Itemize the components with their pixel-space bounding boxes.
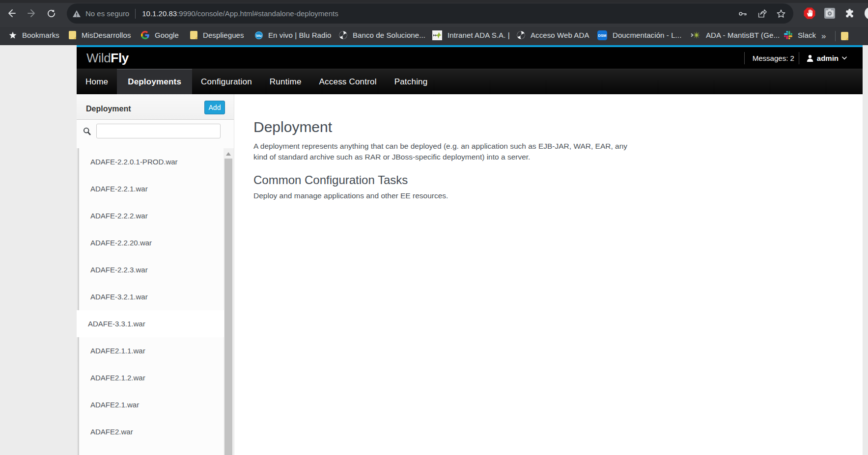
bookmark-star-icon[interactable]	[776, 8, 786, 19]
wildfly-logo: WildFly	[86, 51, 129, 66]
deployment-item[interactable]: ADAFE-2.2.0.1-PROD.war	[79, 148, 224, 175]
forward-button[interactable]	[23, 3, 40, 24]
profile-avatar[interactable]	[865, 7, 868, 20]
main-navigation: HomeDeploymentsConfigurationRuntimeAcces…	[77, 69, 863, 94]
share-icon[interactable]	[756, 8, 767, 19]
deployment-item[interactable]: ADAFE-3.2.1.war	[79, 283, 224, 310]
tasks-title: Common Configuration Tasks	[253, 173, 863, 187]
deployment-list: ADAFE-2.2.0.1-PROD.war ADAFE-2.2.1.war A…	[77, 148, 234, 455]
page-background-right	[863, 45, 868, 455]
bookmark-item[interactable]: Intranet ADA S.A. |	[432, 27, 510, 45]
reload-icon	[47, 9, 56, 18]
bookmark-label: Intranet ADA S.A. |	[448, 31, 510, 39]
deployment-item[interactable]: ADAFE-2.2.2.war	[79, 202, 224, 229]
bookmark-item[interactable]: Google	[141, 27, 179, 45]
intranet-icon	[432, 30, 442, 40]
bookmark-label: Slack	[798, 31, 816, 39]
bookmark-item[interactable]: Bookmarks	[9, 27, 59, 45]
search-icon	[83, 127, 91, 135]
list-scrollbar-thumb[interactable]	[224, 159, 232, 455]
bookmark-label: Banco de Solucione...	[353, 31, 425, 39]
wildfly-console: WildFly Messages: 2 admin HomeDeployment…	[77, 45, 863, 455]
deployment-item[interactable]: ADAFE-2.2.1.war	[79, 175, 224, 202]
deployment-item[interactable]: ADAFE-2.2.3.war	[79, 256, 224, 283]
other-bookmarks-folder[interactable]	[841, 27, 848, 45]
username: admin	[817, 54, 839, 62]
mantis-icon	[691, 31, 700, 39]
add-deployment-button[interactable]: Add	[204, 101, 225, 114]
capture-extension-button[interactable]	[824, 3, 836, 24]
omnibox-divider	[135, 9, 136, 19]
extensions-button[interactable]	[844, 3, 855, 24]
nav-tab-home[interactable]: Home	[77, 69, 117, 95]
nav-tab-configuration[interactable]: Configuration	[192, 69, 261, 95]
deployment-column: Deployment Add ADAFE-2.2.0.1-PROD.war AD…	[77, 94, 234, 455]
forward-icon	[27, 8, 36, 18]
password-key-icon[interactable]	[737, 8, 748, 19]
deployment-item[interactable]: ADAFE-3.3.1.war	[77, 310, 224, 337]
adblock-icon	[803, 7, 816, 20]
back-icon	[7, 8, 17, 18]
page-url: 10.1.20.83:9990/console/App.html#standal…	[142, 9, 338, 18]
address-bar[interactable]: No es seguro 10.1.20.83:9990/console/App…	[67, 3, 793, 24]
deployment-item[interactable]: ADAFE2.1.2.war	[79, 364, 224, 391]
bookmark-item[interactable]: MisDesarrollos	[69, 27, 131, 45]
browser-toolbar: No es seguro 10.1.20.83:9990/console/App…	[0, 3, 868, 27]
page-description: A deployment represents anything that ca…	[253, 141, 634, 162]
preview-panel: Deployment A deployment represents anyth…	[234, 94, 863, 455]
column-header: Deployment Add	[77, 94, 234, 120]
deployment-item[interactable]: ADAFE-2.2.20.war	[79, 229, 224, 256]
bookmark-item[interactable]: blu En vivo | Blu Radio	[255, 27, 331, 45]
bookmark-item[interactable]: Slack	[784, 27, 816, 45]
deployment-item[interactable]: ADAFE2.1.1.war	[79, 337, 224, 364]
warning-icon	[72, 10, 81, 18]
messages-link[interactable]: Messages: 2	[745, 54, 799, 62]
adblock-extension-button[interactable]	[803, 3, 816, 24]
filter-input[interactable]	[96, 124, 221, 138]
bookmark-label: Acceso Web ADA	[531, 31, 589, 39]
bluradio-icon: blu	[255, 31, 263, 39]
deployment-item[interactable]: ADAFE2.war	[79, 418, 224, 445]
nav-tab-patching[interactable]: Patching	[386, 69, 437, 95]
nav-tab-access-control[interactable]: Access Control	[310, 69, 386, 95]
bookmark-label: Despliegues	[203, 31, 244, 39]
capture-extension-icon	[824, 7, 836, 19]
site-security-chip[interactable]: No es seguro	[72, 9, 129, 18]
globe-icon	[339, 31, 347, 39]
nav-tab-deployments[interactable]: Deployments	[117, 69, 192, 95]
header-tools: Messages: 2 admin	[744, 52, 847, 64]
list-scrollbar[interactable]	[224, 148, 234, 455]
column-title: Deployment	[86, 105, 131, 113]
bookmark-item[interactable]: Banco de Solucione...	[339, 27, 425, 45]
search-row	[77, 120, 234, 148]
scroll-up-arrow-icon[interactable]	[226, 152, 231, 156]
page-background-left	[0, 45, 77, 455]
bookmark-item[interactable]: Acceso Web ADA	[517, 27, 589, 45]
user-menu[interactable]: admin	[799, 54, 847, 62]
nav-tab-runtime[interactable]: Runtime	[261, 69, 310, 95]
bookmark-label: ADA - MantisBT (Ge...	[706, 31, 780, 39]
bookmark-label: MisDesarrollos	[82, 31, 131, 39]
bookmark-item[interactable]: Despliegues	[190, 27, 244, 45]
user-icon	[807, 54, 813, 62]
folder-icon	[69, 31, 76, 39]
bookmark-label: Doucmentación - L...	[613, 31, 681, 39]
bookmark-label: Google	[155, 31, 179, 39]
deployment-item[interactable]: ADAFE2.1.war	[79, 391, 224, 418]
svg-text:blu: blu	[256, 33, 262, 37]
bookmarks-overflow-button[interactable]: »	[821, 27, 826, 45]
tasks-text: Deploy and manage applications and other…	[253, 191, 863, 200]
address-bar-actions	[737, 8, 793, 19]
bookmark-item[interactable]: DSM Doucmentación - L...	[597, 27, 681, 45]
back-button[interactable]	[3, 3, 20, 24]
bookmark-label: En vivo | Blu Radio	[268, 31, 331, 39]
dsm-icon: DSM	[597, 30, 607, 40]
puzzle-icon	[844, 8, 855, 19]
bookmark-item[interactable]: ADA - MantisBT (Ge...	[691, 27, 780, 45]
url-path: :9990/console/App.html#standalone-deploy…	[177, 9, 338, 18]
address-bar-left: No es seguro 10.1.20.83:9990/console/App…	[67, 9, 737, 19]
reload-button[interactable]	[43, 3, 59, 24]
folder-icon	[190, 31, 197, 39]
security-label: No es seguro	[85, 9, 129, 18]
globe-icon	[517, 31, 525, 39]
